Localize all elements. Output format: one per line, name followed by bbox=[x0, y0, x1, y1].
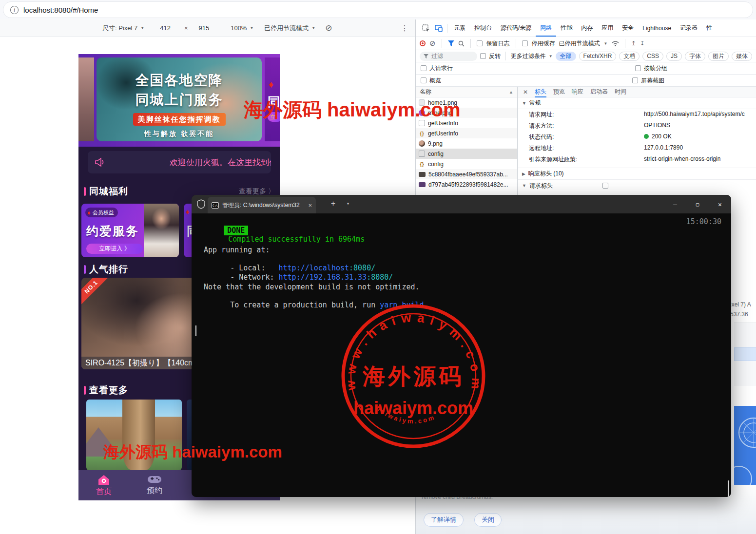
tab-recorder[interactable]: 记录器 bbox=[676, 19, 702, 37]
details-tab-headers[interactable]: 标头 bbox=[535, 87, 546, 97]
tab-security[interactable]: 安全 bbox=[618, 19, 638, 37]
disable-cache-label: 停用缓存 bbox=[532, 39, 555, 48]
raw-headers-checkbox[interactable] bbox=[602, 183, 608, 189]
request-list-header[interactable]: 名称 ▲ bbox=[416, 87, 517, 97]
response-headers-section[interactable]: ▶ 响应标头 (10) bbox=[518, 168, 756, 180]
network-link[interactable]: http://192.168.31.33 bbox=[279, 273, 367, 282]
search-icon[interactable] bbox=[458, 40, 465, 47]
tab-console[interactable]: 控制台 bbox=[470, 19, 496, 37]
request-row[interactable]: 9.png bbox=[416, 138, 517, 149]
notice-bar[interactable]: 欢迎使用火狐。在这里找到你! bbox=[88, 151, 271, 173]
disable-cache-checkbox[interactable] bbox=[522, 40, 528, 46]
filter-chip-font[interactable]: 字体 bbox=[685, 52, 705, 61]
tab-application[interactable]: 应用 bbox=[597, 19, 618, 37]
import-har-icon[interactable]: ↥ bbox=[631, 40, 636, 47]
close-button[interactable]: 关闭 bbox=[474, 513, 502, 527]
filter-chip-media[interactable]: 媒体 bbox=[732, 52, 752, 61]
filter-chip-css[interactable]: CSS bbox=[642, 52, 663, 61]
filter-chip-js[interactable]: JS bbox=[666, 52, 682, 61]
tab-close-icon[interactable]: ✕ bbox=[309, 202, 312, 209]
terminal-title-bar[interactable]: C:\ 管理员: C:\windows\system32 ✕ + ▾ — ▢ ✕ bbox=[192, 195, 731, 213]
big-request-rows-checkbox[interactable] bbox=[421, 65, 426, 71]
page-info-icon[interactable]: i bbox=[10, 6, 19, 14]
request-row[interactable]: 5c8804fbaaee49ef559337ab... bbox=[416, 169, 517, 179]
request-row[interactable]: d797ab45f922893f5981482e... bbox=[416, 179, 517, 190]
network-filter-row: 过滤 反转 更多过滤条件 ▼ 全部 Fetch/XHR 文档 CSS JS 字体… bbox=[416, 50, 756, 62]
url-text[interactable]: localhost:8080/#/Home bbox=[23, 6, 98, 14]
request-row[interactable]: {} getUserInfo bbox=[416, 128, 517, 138]
screenshots-checkbox[interactable] bbox=[632, 77, 638, 83]
zoom-select[interactable]: 100%▼ bbox=[231, 24, 253, 32]
filter-chip-img[interactable]: 图片 bbox=[708, 52, 729, 61]
filter-chip-all[interactable]: 全部 bbox=[556, 52, 576, 61]
tab-performance[interactable]: 性能 bbox=[556, 19, 577, 37]
tab-dropdown-icon[interactable]: ▾ bbox=[347, 201, 349, 206]
promo-cta-button[interactable]: 立即进入 》 bbox=[86, 244, 143, 254]
device-toggle-icon[interactable] bbox=[432, 22, 445, 35]
url-bar[interactable]: i localhost:8080/#/Home bbox=[3, 1, 753, 18]
tab-sources[interactable]: 源代码/来源 bbox=[496, 19, 536, 37]
banner-slide[interactable]: 全国各地空降 同城上门服务 美脚丝袜任您指挥调教 性与解放 欲罢不能 bbox=[97, 57, 262, 141]
request-row-selected[interactable]: config bbox=[416, 149, 517, 159]
megaphone-icon bbox=[95, 157, 105, 167]
details-tab-bar: ✕ 标头 预览 响应 启动器 时间 bbox=[518, 87, 756, 97]
details-tab-timing[interactable]: 时间 bbox=[615, 88, 626, 96]
device-toolbar-menu-icon[interactable]: ⋮ bbox=[401, 23, 408, 33]
terminal-tab[interactable]: C:\ 管理员: C:\windows\system32 ✕ bbox=[208, 197, 316, 213]
more-filters-select[interactable]: 更多过滤条件 bbox=[511, 52, 546, 60]
tab-network[interactable]: 网络 bbox=[536, 19, 556, 37]
filter-input[interactable]: 过滤 bbox=[420, 52, 477, 61]
header-row: 远程地址: 127.0.0.1:7890 bbox=[518, 143, 756, 154]
device-select[interactable]: 尺寸: Pixel 7▼ bbox=[102, 24, 144, 33]
preserve-log-checkbox[interactable] bbox=[477, 40, 483, 46]
network-options-row-2: 概览 屏幕截图 bbox=[416, 75, 756, 87]
details-tab-preview[interactable]: 预览 bbox=[553, 88, 565, 96]
banner-badge: 美脚丝袜任您指挥调教 bbox=[133, 113, 226, 126]
new-tab-icon[interactable]: + bbox=[331, 199, 335, 208]
filter-chip-fetch-xhr[interactable]: Fetch/XHR bbox=[579, 52, 617, 61]
peek-selected-row[interactable] bbox=[734, 347, 756, 361]
promo-card[interactable]: ♦ 会员权益 约爱服务 立即进入 》 bbox=[81, 204, 179, 257]
tab-lighthouse[interactable]: Lighthouse bbox=[638, 19, 676, 37]
network-throttling-select[interactable]: 已停用节流模式 bbox=[559, 39, 600, 48]
minimize-icon[interactable]: — bbox=[664, 195, 686, 213]
nav-item-reserve[interactable]: 预约 bbox=[129, 470, 180, 496]
network-conditions-icon[interactable] bbox=[612, 40, 619, 47]
learn-more-button[interactable]: 了解详情 bbox=[424, 513, 464, 527]
fetch-request-icon: {} bbox=[419, 161, 425, 167]
close-details-icon[interactable]: ✕ bbox=[523, 89, 528, 95]
request-headers-section[interactable]: ▼ 请求标头 bbox=[518, 180, 756, 191]
maximize-icon[interactable]: ▢ bbox=[686, 195, 709, 213]
viewport-width-input[interactable]: 412 bbox=[158, 24, 173, 32]
cmd-icon: C:\ bbox=[212, 202, 219, 209]
note-line-1: Note that the development build is not o… bbox=[204, 283, 420, 291]
section-more-title: 查看更多 bbox=[89, 384, 128, 397]
compile-message bbox=[224, 235, 228, 244]
overview-checkbox[interactable] bbox=[421, 77, 426, 83]
name-column-header[interactable]: 名称 bbox=[420, 88, 431, 96]
nav-item-home[interactable]: 首页 bbox=[78, 470, 129, 497]
group-by-frame-checkbox[interactable] bbox=[635, 65, 641, 71]
inspect-element-icon[interactable] bbox=[420, 22, 432, 35]
invert-checkbox[interactable] bbox=[480, 53, 486, 59]
details-tab-initiator[interactable]: 启动器 bbox=[590, 88, 608, 96]
filter-chip-doc[interactable]: 文档 bbox=[619, 52, 640, 61]
export-har-icon[interactable]: ↧ bbox=[640, 40, 645, 47]
throttling-select[interactable]: 已停用节流模式▼ bbox=[264, 24, 315, 33]
terminal-cursor bbox=[195, 325, 196, 336]
network-options-row-1: 大请求行 按帧分组 bbox=[416, 62, 756, 75]
terminal-scrollbar[interactable] bbox=[728, 480, 729, 497]
record-button[interactable] bbox=[420, 40, 426, 46]
request-row[interactable]: {} config bbox=[416, 159, 517, 169]
details-tab-response[interactable]: 响应 bbox=[572, 88, 583, 96]
scroll-up-icon[interactable]: ▲ bbox=[509, 90, 513, 95]
clear-icon[interactable]: ⊘ bbox=[429, 39, 436, 48]
filter-icon[interactable] bbox=[448, 40, 454, 46]
tab-memory[interactable]: 内存 bbox=[577, 19, 597, 37]
viewport-height-input[interactable]: 915 bbox=[196, 24, 211, 32]
tab-elements[interactable]: 元素 bbox=[449, 19, 470, 37]
general-section-header[interactable]: ▼ 常规 bbox=[518, 97, 756, 109]
tab-performance-insights[interactable]: 性 bbox=[702, 19, 717, 37]
terminal-tab-title: 管理员: C:\windows\system32 bbox=[222, 201, 300, 210]
close-icon[interactable]: ✕ bbox=[709, 195, 731, 213]
